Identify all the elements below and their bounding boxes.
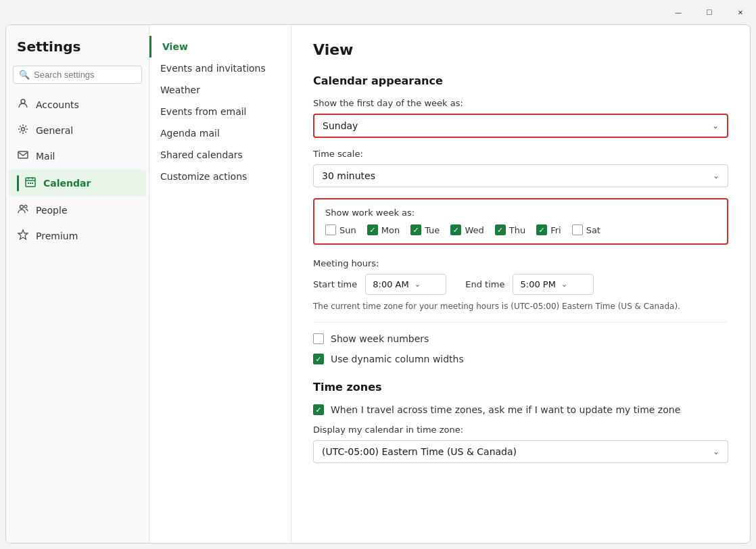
calendar-appearance-title: Calendar appearance	[313, 74, 728, 87]
middle-item-customize-actions[interactable]: Customize actions	[149, 166, 291, 187]
svg-point-7	[20, 206, 24, 209]
app-window: Settings 🔍 Accounts General	[5, 24, 751, 544]
svg-rect-4	[28, 183, 29, 184]
day-tue: Tue	[410, 224, 440, 235]
page-title: View	[313, 41, 728, 58]
svg-point-1	[22, 128, 25, 131]
general-label: General	[36, 125, 73, 136]
checkbox-sun[interactable]	[325, 224, 336, 235]
travel-timezone-row: When I travel across time zones, ask me …	[313, 404, 728, 415]
titlebar: — ☐ ✕	[0, 0, 756, 24]
first-day-arrow-icon: ⌄	[712, 121, 719, 130]
sidebar-item-people[interactable]: People	[9, 198, 146, 222]
checkbox-sat[interactable]	[572, 224, 583, 235]
week-numbers-label: Show week numbers	[331, 333, 429, 344]
day-mon-label: Mon	[381, 225, 400, 235]
accounts-label: Accounts	[36, 99, 79, 110]
people-icon	[17, 204, 29, 217]
day-thu: Thu	[495, 224, 525, 235]
day-sun-label: Sun	[339, 225, 356, 235]
days-row: Sun Mon Tue Wed	[325, 224, 716, 235]
mail-label: Mail	[36, 151, 55, 162]
minimize-button[interactable]: —	[663, 0, 694, 24]
premium-icon	[17, 229, 29, 243]
sidebar-item-general[interactable]: General	[9, 118, 146, 143]
middle-item-events-invitations[interactable]: Events and invitations	[149, 57, 291, 79]
middle-panel: View Events and invitations Weather Even…	[149, 25, 291, 543]
start-time-label: Start time	[313, 279, 357, 289]
main-content: View Calendar appearance Show the first …	[291, 25, 750, 543]
svg-rect-6	[32, 183, 33, 184]
checkbox-mon[interactable]	[367, 224, 378, 235]
week-numbers-row: Show week numbers	[313, 333, 728, 344]
work-week-label: Show work week as:	[325, 208, 716, 218]
calendar-appearance-section: Calendar appearance Show the first day o…	[313, 74, 728, 364]
meeting-hours-section: Meeting hours: Start time 8:00 AM ⌄ End …	[313, 258, 728, 311]
checkbox-week-numbers[interactable]	[313, 333, 324, 344]
dynamic-column-row: Use dynamic column widths	[313, 354, 728, 364]
timezone-note: The current time zone for your meeting h…	[313, 302, 728, 311]
calendar-label: Calendar	[43, 178, 91, 189]
time-scale-value: 30 minutes	[322, 170, 375, 181]
people-label: People	[36, 205, 68, 216]
middle-item-shared-calendars[interactable]: Shared calendars	[149, 144, 291, 166]
premium-label: Premium	[36, 231, 78, 241]
general-icon	[17, 124, 29, 137]
middle-item-agenda-mail[interactable]: Agenda mail	[149, 122, 291, 144]
search-box[interactable]: 🔍	[13, 66, 142, 84]
checkbox-thu[interactable]	[495, 224, 506, 235]
meeting-hours-label: Meeting hours:	[313, 258, 728, 268]
middle-active-view[interactable]: View	[149, 36, 291, 57]
checkbox-wed[interactable]	[450, 224, 461, 235]
day-mon: Mon	[367, 224, 400, 235]
svg-rect-2	[18, 151, 28, 158]
checkbox-fri[interactable]	[536, 224, 547, 235]
checkbox-travel-timezone[interactable]	[313, 404, 324, 415]
sidebar: Settings 🔍 Accounts General	[6, 25, 149, 543]
first-day-label: Show the first day of the week as:	[313, 98, 728, 108]
mail-icon	[17, 149, 29, 163]
day-sun: Sun	[325, 224, 356, 235]
day-wed-label: Wed	[465, 225, 483, 235]
end-time-dropdown[interactable]: 5:00 PM ⌄	[513, 274, 594, 295]
time-zones-section: Time zones When I travel across time zon…	[313, 381, 728, 463]
display-timezone-value: (UTC-05:00) Eastern Time (US & Canada)	[322, 446, 517, 457]
time-scale-arrow-icon: ⌄	[713, 171, 719, 181]
close-button[interactable]: ✕	[725, 0, 756, 24]
search-icon: 🔍	[19, 70, 30, 80]
end-time-value: 5:00 PM	[520, 279, 555, 289]
sidebar-item-calendar[interactable]: Calendar	[9, 170, 146, 197]
middle-item-weather[interactable]: Weather	[149, 79, 291, 101]
maximize-button[interactable]: ☐	[694, 0, 725, 24]
sidebar-item-accounts[interactable]: Accounts	[9, 93, 146, 117]
divider	[313, 322, 728, 323]
day-tue-label: Tue	[425, 225, 440, 235]
meeting-row: Start time 8:00 AM ⌄ End time 5:00 PM ⌄	[313, 274, 728, 295]
search-input[interactable]	[34, 70, 136, 80]
middle-item-events-email[interactable]: Events from email	[149, 101, 291, 122]
accounts-icon	[17, 98, 29, 112]
day-thu-label: Thu	[509, 225, 525, 235]
calendar-icon	[24, 176, 37, 190]
day-wed: Wed	[450, 224, 483, 235]
display-timezone-label: Display my calendar in time zone:	[313, 425, 728, 435]
work-week-box: Show work week as: Sun Mon Tue	[313, 198, 728, 245]
first-day-dropdown[interactable]: Sunday ⌄	[313, 114, 728, 138]
sidebar-item-mail[interactable]: Mail	[9, 144, 146, 168]
start-time-dropdown[interactable]: 8:00 AM ⌄	[365, 274, 446, 295]
dynamic-column-label: Use dynamic column widths	[331, 354, 464, 364]
checkbox-dynamic-column[interactable]	[313, 354, 324, 364]
time-zones-title: Time zones	[313, 381, 728, 393]
first-day-value: Sunday	[323, 120, 358, 131]
travel-timezone-label: When I travel across time zones, ask me …	[331, 404, 680, 415]
display-timezone-dropdown[interactable]: (UTC-05:00) Eastern Time (US & Canada) ⌄	[313, 440, 728, 463]
display-timezone-arrow-icon: ⌄	[713, 447, 719, 456]
sidebar-item-premium[interactable]: Premium	[9, 224, 146, 248]
start-time-value: 8:00 AM	[373, 279, 408, 289]
day-sat: Sat	[572, 224, 600, 235]
checkbox-tue[interactable]	[410, 224, 421, 235]
start-time-arrow-icon: ⌄	[415, 280, 421, 289]
svg-point-0	[21, 99, 25, 103]
active-indicator	[17, 175, 19, 191]
time-scale-dropdown[interactable]: 30 minutes ⌄	[313, 164, 728, 187]
